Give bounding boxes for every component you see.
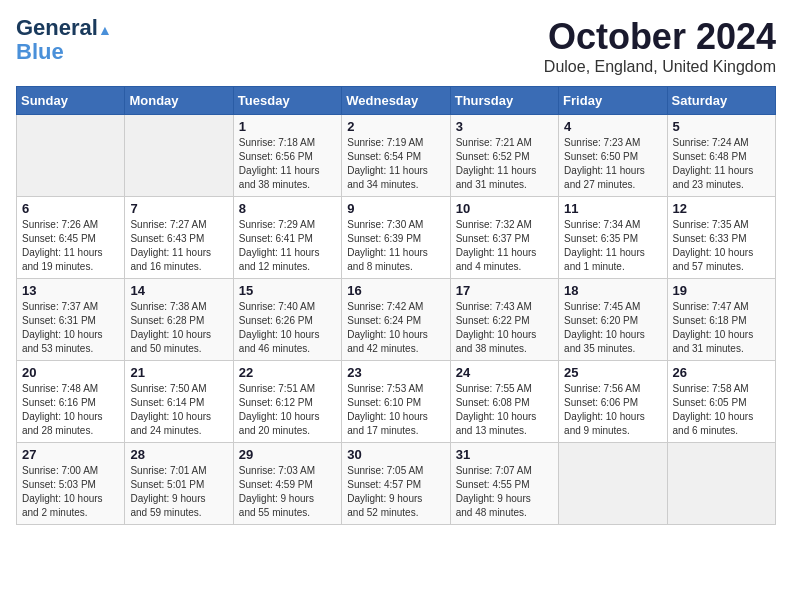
day-info: Sunrise: 7:21 AM Sunset: 6:52 PM Dayligh… xyxy=(456,136,553,192)
day-number: 27 xyxy=(22,447,119,462)
calendar-cell: 21Sunrise: 7:50 AM Sunset: 6:14 PM Dayli… xyxy=(125,361,233,443)
calendar-cell: 29Sunrise: 7:03 AM Sunset: 4:59 PM Dayli… xyxy=(233,443,341,525)
calendar-cell: 3Sunrise: 7:21 AM Sunset: 6:52 PM Daylig… xyxy=(450,115,558,197)
weekday-header: Tuesday xyxy=(233,87,341,115)
day-info: Sunrise: 7:23 AM Sunset: 6:50 PM Dayligh… xyxy=(564,136,661,192)
calendar-cell: 4Sunrise: 7:23 AM Sunset: 6:50 PM Daylig… xyxy=(559,115,667,197)
calendar-cell: 8Sunrise: 7:29 AM Sunset: 6:41 PM Daylig… xyxy=(233,197,341,279)
day-info: Sunrise: 7:27 AM Sunset: 6:43 PM Dayligh… xyxy=(130,218,227,274)
day-info: Sunrise: 7:30 AM Sunset: 6:39 PM Dayligh… xyxy=(347,218,444,274)
weekday-header: Sunday xyxy=(17,87,125,115)
day-number: 6 xyxy=(22,201,119,216)
calendar-week-row: 20Sunrise: 7:48 AM Sunset: 6:16 PM Dayli… xyxy=(17,361,776,443)
weekday-header: Wednesday xyxy=(342,87,450,115)
calendar-table: SundayMondayTuesdayWednesdayThursdayFrid… xyxy=(16,86,776,525)
day-info: Sunrise: 7:40 AM Sunset: 6:26 PM Dayligh… xyxy=(239,300,336,356)
day-number: 12 xyxy=(673,201,770,216)
day-info: Sunrise: 7:42 AM Sunset: 6:24 PM Dayligh… xyxy=(347,300,444,356)
calendar-cell: 23Sunrise: 7:53 AM Sunset: 6:10 PM Dayli… xyxy=(342,361,450,443)
month-title: October 2024 xyxy=(544,16,776,58)
calendar-cell: 6Sunrise: 7:26 AM Sunset: 6:45 PM Daylig… xyxy=(17,197,125,279)
day-number: 23 xyxy=(347,365,444,380)
calendar-title-area: October 2024 Duloe, England, United King… xyxy=(544,16,776,76)
calendar-cell: 10Sunrise: 7:32 AM Sunset: 6:37 PM Dayli… xyxy=(450,197,558,279)
day-info: Sunrise: 7:29 AM Sunset: 6:41 PM Dayligh… xyxy=(239,218,336,274)
day-info: Sunrise: 7:05 AM Sunset: 4:57 PM Dayligh… xyxy=(347,464,444,520)
calendar-cell: 11Sunrise: 7:34 AM Sunset: 6:35 PM Dayli… xyxy=(559,197,667,279)
day-info: Sunrise: 7:35 AM Sunset: 6:33 PM Dayligh… xyxy=(673,218,770,274)
day-number: 28 xyxy=(130,447,227,462)
day-number: 4 xyxy=(564,119,661,134)
calendar-cell: 13Sunrise: 7:37 AM Sunset: 6:31 PM Dayli… xyxy=(17,279,125,361)
day-number: 3 xyxy=(456,119,553,134)
logo-blue: Blue xyxy=(16,40,112,64)
weekday-header: Monday xyxy=(125,87,233,115)
calendar-cell: 26Sunrise: 7:58 AM Sunset: 6:05 PM Dayli… xyxy=(667,361,775,443)
day-number: 25 xyxy=(564,365,661,380)
day-number: 26 xyxy=(673,365,770,380)
day-info: Sunrise: 7:50 AM Sunset: 6:14 PM Dayligh… xyxy=(130,382,227,438)
weekday-header: Thursday xyxy=(450,87,558,115)
day-info: Sunrise: 7:55 AM Sunset: 6:08 PM Dayligh… xyxy=(456,382,553,438)
calendar-cell: 1Sunrise: 7:18 AM Sunset: 6:56 PM Daylig… xyxy=(233,115,341,197)
day-info: Sunrise: 7:48 AM Sunset: 6:16 PM Dayligh… xyxy=(22,382,119,438)
day-number: 21 xyxy=(130,365,227,380)
calendar-cell: 16Sunrise: 7:42 AM Sunset: 6:24 PM Dayli… xyxy=(342,279,450,361)
day-number: 11 xyxy=(564,201,661,216)
day-info: Sunrise: 7:03 AM Sunset: 4:59 PM Dayligh… xyxy=(239,464,336,520)
calendar-cell xyxy=(667,443,775,525)
day-info: Sunrise: 7:18 AM Sunset: 6:56 PM Dayligh… xyxy=(239,136,336,192)
day-info: Sunrise: 7:07 AM Sunset: 4:55 PM Dayligh… xyxy=(456,464,553,520)
day-number: 29 xyxy=(239,447,336,462)
calendar-week-row: 13Sunrise: 7:37 AM Sunset: 6:31 PM Dayli… xyxy=(17,279,776,361)
day-info: Sunrise: 7:47 AM Sunset: 6:18 PM Dayligh… xyxy=(673,300,770,356)
day-number: 16 xyxy=(347,283,444,298)
day-number: 8 xyxy=(239,201,336,216)
day-number: 2 xyxy=(347,119,444,134)
weekday-header: Saturday xyxy=(667,87,775,115)
day-number: 15 xyxy=(239,283,336,298)
day-info: Sunrise: 7:53 AM Sunset: 6:10 PM Dayligh… xyxy=(347,382,444,438)
calendar-cell: 15Sunrise: 7:40 AM Sunset: 6:26 PM Dayli… xyxy=(233,279,341,361)
day-number: 10 xyxy=(456,201,553,216)
calendar-cell: 27Sunrise: 7:00 AM Sunset: 5:03 PM Dayli… xyxy=(17,443,125,525)
calendar-week-row: 1Sunrise: 7:18 AM Sunset: 6:56 PM Daylig… xyxy=(17,115,776,197)
calendar-cell: 14Sunrise: 7:38 AM Sunset: 6:28 PM Dayli… xyxy=(125,279,233,361)
day-number: 7 xyxy=(130,201,227,216)
day-info: Sunrise: 7:01 AM Sunset: 5:01 PM Dayligh… xyxy=(130,464,227,520)
day-number: 30 xyxy=(347,447,444,462)
day-info: Sunrise: 7:37 AM Sunset: 6:31 PM Dayligh… xyxy=(22,300,119,356)
calendar-cell: 2Sunrise: 7:19 AM Sunset: 6:54 PM Daylig… xyxy=(342,115,450,197)
weekday-header-row: SundayMondayTuesdayWednesdayThursdayFrid… xyxy=(17,87,776,115)
calendar-cell xyxy=(559,443,667,525)
page-header: General▲ Blue October 2024 Duloe, Englan… xyxy=(16,16,776,76)
day-info: Sunrise: 7:51 AM Sunset: 6:12 PM Dayligh… xyxy=(239,382,336,438)
calendar-cell: 30Sunrise: 7:05 AM Sunset: 4:57 PM Dayli… xyxy=(342,443,450,525)
day-info: Sunrise: 7:26 AM Sunset: 6:45 PM Dayligh… xyxy=(22,218,119,274)
calendar-cell xyxy=(125,115,233,197)
calendar-cell: 24Sunrise: 7:55 AM Sunset: 6:08 PM Dayli… xyxy=(450,361,558,443)
weekday-header: Friday xyxy=(559,87,667,115)
day-number: 9 xyxy=(347,201,444,216)
day-info: Sunrise: 7:56 AM Sunset: 6:06 PM Dayligh… xyxy=(564,382,661,438)
calendar-cell: 12Sunrise: 7:35 AM Sunset: 6:33 PM Dayli… xyxy=(667,197,775,279)
day-info: Sunrise: 7:00 AM Sunset: 5:03 PM Dayligh… xyxy=(22,464,119,520)
day-number: 18 xyxy=(564,283,661,298)
calendar-cell: 17Sunrise: 7:43 AM Sunset: 6:22 PM Dayli… xyxy=(450,279,558,361)
calendar-cell xyxy=(17,115,125,197)
calendar-cell: 5Sunrise: 7:24 AM Sunset: 6:48 PM Daylig… xyxy=(667,115,775,197)
calendar-week-row: 27Sunrise: 7:00 AM Sunset: 5:03 PM Dayli… xyxy=(17,443,776,525)
day-info: Sunrise: 7:34 AM Sunset: 6:35 PM Dayligh… xyxy=(564,218,661,274)
calendar-cell: 18Sunrise: 7:45 AM Sunset: 6:20 PM Dayli… xyxy=(559,279,667,361)
day-number: 31 xyxy=(456,447,553,462)
day-number: 17 xyxy=(456,283,553,298)
day-info: Sunrise: 7:24 AM Sunset: 6:48 PM Dayligh… xyxy=(673,136,770,192)
day-number: 13 xyxy=(22,283,119,298)
calendar-cell: 31Sunrise: 7:07 AM Sunset: 4:55 PM Dayli… xyxy=(450,443,558,525)
day-number: 20 xyxy=(22,365,119,380)
calendar-cell: 28Sunrise: 7:01 AM Sunset: 5:01 PM Dayli… xyxy=(125,443,233,525)
calendar-cell: 19Sunrise: 7:47 AM Sunset: 6:18 PM Dayli… xyxy=(667,279,775,361)
logo: General▲ Blue xyxy=(16,16,112,64)
location-title: Duloe, England, United Kingdom xyxy=(544,58,776,76)
calendar-cell: 25Sunrise: 7:56 AM Sunset: 6:06 PM Dayli… xyxy=(559,361,667,443)
